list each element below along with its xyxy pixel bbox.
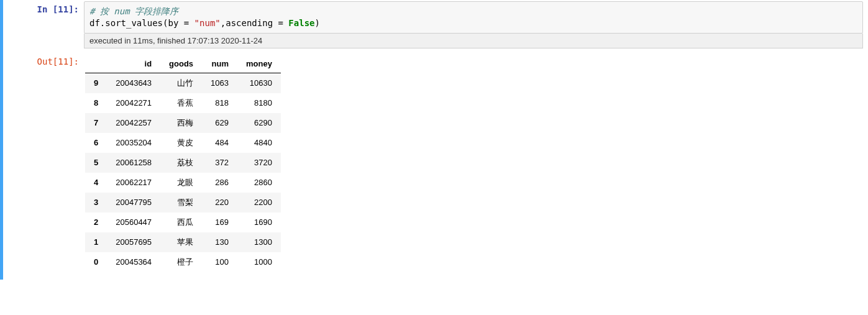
- cell-goods: 香蕉: [160, 93, 202, 113]
- code-call: df.sort_values: [89, 18, 163, 28]
- cell-money: 4840: [237, 133, 281, 153]
- cell-goods: 西瓜: [160, 212, 202, 232]
- cell-money: 3720: [237, 153, 281, 173]
- cell-goods: 橙子: [160, 252, 202, 272]
- header-row: id goods num money: [85, 55, 281, 73]
- output-content: id goods num money 920043643山竹1063106308…: [84, 53, 281, 278]
- cell-id: 20043643: [107, 73, 160, 93]
- paren-close: ): [315, 18, 320, 28]
- col-header-num: num: [202, 55, 237, 73]
- cell-money: 2860: [237, 173, 281, 193]
- output-row: Out[11]: id goods num money 920043643: [84, 53, 863, 278]
- col-header-money: money: [237, 55, 281, 73]
- cell-content: # 按 num 字段排降序 df.sort_values(by = "num",…: [84, 1, 868, 278]
- table-row: 920043643山竹106310630: [85, 73, 281, 93]
- cell-goods: 西梅: [160, 113, 202, 133]
- cell-goods: 荔枝: [160, 153, 202, 173]
- code-comment: # 按 num 字段排降序: [89, 6, 178, 16]
- table-row: 720042257西梅6296290: [85, 113, 281, 133]
- table-row: 120057695苹果1301300: [85, 232, 281, 252]
- output-prompt-area: Out[11]:: [3, 53, 84, 278]
- cell-id: 20042271: [107, 93, 160, 113]
- comma: ,: [221, 18, 226, 28]
- row-index: 5: [85, 153, 107, 173]
- cell-num: 372: [202, 153, 237, 173]
- table-row: 020045364橙子1001000: [85, 252, 281, 272]
- table-row: 620035204黄皮4844840: [85, 133, 281, 153]
- cell-id: 20061258: [107, 153, 160, 173]
- cell-money: 6290: [237, 113, 281, 133]
- cell-num: 100: [202, 252, 237, 272]
- cell-id: 20062217: [107, 173, 160, 193]
- keyword-false: False: [288, 18, 314, 28]
- cell-money: 10630: [237, 73, 281, 93]
- cell-goods: 黄皮: [160, 133, 202, 153]
- cell-goods: 苹果: [160, 232, 202, 252]
- table-body: 920043643山竹106310630820042271香蕉818818072…: [85, 73, 281, 272]
- notebook-cell: In [11]: # 按 num 字段排降序 df.sort_values(by…: [0, 0, 868, 280]
- dataframe-table: id goods num money 920043643山竹1063106308…: [85, 55, 281, 272]
- cell-num: 484: [202, 133, 237, 153]
- cell-id: 20057695: [107, 232, 160, 252]
- cell-num: 169: [202, 212, 237, 232]
- table-head: id goods num money: [85, 55, 281, 73]
- cell-money: 1000: [237, 252, 281, 272]
- code-line-1: # 按 num 字段排降序: [89, 6, 857, 17]
- cell-num: 629: [202, 113, 237, 133]
- cell-goods: 山竹: [160, 73, 202, 93]
- row-index: 8: [85, 93, 107, 113]
- cell-num: 220: [202, 193, 237, 212]
- table-row: 220560447西瓜1691690: [85, 212, 281, 232]
- code-line-2: df.sort_values(by = "num",ascending = Fa…: [89, 17, 857, 29]
- table-row: 320047795雪梨2202200: [85, 193, 281, 212]
- eq1: =: [184, 18, 194, 28]
- row-index: 7: [85, 113, 107, 133]
- cell-id: 20035204: [107, 133, 160, 153]
- index-header: [85, 55, 107, 73]
- execution-info: executed in 11ms, finished 17:07:13 2020…: [84, 34, 863, 48]
- cell-num: 286: [202, 173, 237, 193]
- cell-money: 1690: [237, 212, 281, 232]
- cell-money: 2200: [237, 193, 281, 212]
- row-index: 3: [85, 193, 107, 212]
- cell-num: 1063: [202, 73, 237, 93]
- table-row: 820042271香蕉8188180: [85, 93, 281, 113]
- arg-by: by: [168, 18, 183, 28]
- row-index: 6: [85, 133, 107, 153]
- string-num: "num": [194, 18, 221, 28]
- cell-num: 818: [202, 93, 237, 113]
- col-header-id: id: [107, 55, 160, 73]
- cell-id: 20047795: [107, 193, 160, 212]
- cell-goods: 龙眼: [160, 173, 202, 193]
- cell-money: 1300: [237, 232, 281, 252]
- row-index: 2: [85, 212, 107, 232]
- row-index: 9: [85, 73, 107, 93]
- row-index: 1: [85, 232, 107, 252]
- cell-num: 130: [202, 232, 237, 252]
- col-header-goods: goods: [160, 55, 202, 73]
- row-index: 0: [85, 252, 107, 272]
- cell-id: 20042257: [107, 113, 160, 133]
- input-prompt: In [11]:: [37, 4, 79, 14]
- table-row: 520061258荔枝3723720: [85, 153, 281, 173]
- cell-id: 20045364: [107, 252, 160, 272]
- cell-id: 20560447: [107, 212, 160, 232]
- arg-ascending: ascending: [226, 18, 278, 28]
- row-index: 4: [85, 173, 107, 193]
- output-prompt: Out[11]:: [37, 57, 79, 66]
- table-row: 420062217龙眼2862860: [85, 173, 281, 193]
- cell-goods: 雪梨: [160, 193, 202, 212]
- code-input[interactable]: # 按 num 字段排降序 df.sort_values(by = "num",…: [84, 1, 863, 34]
- cell-money: 8180: [237, 93, 281, 113]
- eq2: =: [278, 18, 289, 28]
